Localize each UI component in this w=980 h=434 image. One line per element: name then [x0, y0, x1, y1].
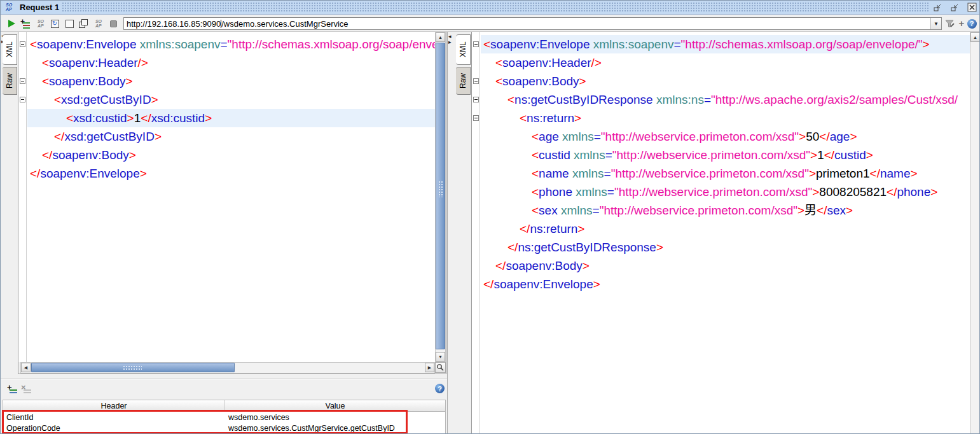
response-vertical-scrollbar[interactable]: ▲ [970, 32, 980, 434]
scroll-down-button[interactable]: ▼ [436, 352, 445, 361]
clone-request-button[interactable] [78, 18, 89, 29]
soap-icon-line2: AP [6, 7, 12, 11]
add-to-testcase-icon: + [20, 18, 31, 29]
create-empty-button[interactable] [64, 18, 75, 29]
chevron-down-icon: ▼ [934, 21, 939, 27]
request-xml-editor[interactable]: <soapenv:Envelope xmlns:soapenv="http://… [18, 32, 435, 362]
xml-line: </ns:getCustByIDResponse> [481, 238, 970, 256]
soap-window-icon: SO AP [6, 3, 12, 11]
fold-toggle-icon[interactable] [20, 78, 25, 84]
header-row[interactable]: ClientIdwsdemo.services [3, 412, 445, 423]
endpoint-combobox[interactable]: http://192.168.16.85:9090/wsdemo.service… [123, 17, 942, 30]
response-tab-raw[interactable]: Raw [456, 67, 471, 95]
headers-help-button[interactable]: ? [435, 384, 446, 395]
header-name-cell: ClientId [3, 412, 225, 423]
xml-line: </xsd:getCustByID> [27, 127, 435, 146]
horizontal-scroll-thumb[interactable] [31, 363, 235, 372]
request-vertical-scrollbar[interactable]: ▲ ▼ [435, 32, 446, 362]
response-fold-gutter [472, 32, 480, 433]
request-horizontal-scrollbar[interactable]: ◀ ▶ [20, 362, 435, 374]
recreate-icon: ↻ [51, 20, 59, 28]
header-value-cell: wsdemo.services [225, 412, 445, 423]
xml-line: <sex xmlns="http://webservice.primeton.c… [481, 201, 970, 220]
collapse-left-icon[interactable]: ◂ [448, 34, 452, 39]
xml-line: <xsd:getCustByID> [27, 90, 435, 109]
funnel-icon [945, 18, 955, 29]
endpoint-dropdown-button[interactable]: ▼ [930, 18, 941, 29]
fold-toggle-icon[interactable] [20, 97, 25, 102]
xml-line: <ns:return> [481, 109, 970, 127]
xml-line: <custid xmlns="http://webservice.primeto… [481, 146, 970, 164]
xml-line: </soapenv:Envelope> [481, 275, 970, 293]
add-to-testcase-button[interactable]: + [20, 18, 31, 29]
column-header[interactable]: Header [3, 400, 225, 412]
soap-response-icon[interactable]: SOAP [93, 18, 104, 29]
soap-request-icon[interactable]: SOAP [35, 18, 46, 29]
magnifier-icon [436, 363, 445, 372]
column-header[interactable]: Value [225, 400, 445, 412]
window-title: Request 1 [20, 3, 59, 12]
help-icon: ? [435, 384, 445, 393]
response-xml-editor[interactable]: <soapenv:Envelope xmlns:soapenv="http://… [472, 32, 970, 433]
xml-line: </ns:return> [481, 220, 970, 238]
stop-icon [110, 20, 117, 27]
fold-toggle-icon[interactable] [473, 41, 479, 47]
request-fold-gutter [18, 32, 27, 362]
filter-properties-button[interactable] [944, 18, 956, 29]
empty-square-icon [66, 20, 74, 28]
scroll-right-button[interactable]: ▶ [425, 363, 434, 372]
collapse-right-icon[interactable]: ▸ [448, 39, 452, 45]
zoom-button[interactable] [435, 362, 446, 373]
play-icon [8, 20, 15, 27]
response-tab-xml[interactable]: XML [456, 34, 471, 65]
request-tab-raw[interactable]: Raw [3, 67, 17, 95]
minimize-icon[interactable] [933, 3, 943, 13]
titlebar[interactable]: SO AP Request 1 [1, 1, 979, 15]
scroll-up-button[interactable]: ▲ [970, 32, 980, 42]
xml-line: <soapenv:Envelope xmlns:soapenv="http://… [481, 35, 970, 53]
headers-table-body: ClientIdwsdemo.servicesOperationCodewsde… [3, 412, 445, 433]
xml-line: </soapenv:Envelope> [27, 164, 435, 183]
request-toolbar: + SOAP ↻ SOAP http://192.168.16.85:9090/… [1, 15, 979, 32]
header-value-cell: wsdemo.services.CustMgrService.getCustBy… [225, 423, 445, 433]
restore-icon[interactable] [950, 3, 960, 13]
xml-line: </soapenv:Body> [481, 256, 970, 275]
add-header-button[interactable]: + [7, 384, 18, 395]
submit-request-button[interactable] [6, 18, 17, 29]
fold-toggle-icon[interactable] [473, 78, 479, 84]
xml-line: <soapenv:Header/> [27, 53, 435, 72]
scroll-up-button[interactable]: ▲ [436, 32, 445, 42]
panel-splitter[interactable]: ◂ ▸ [447, 32, 454, 434]
xml-line: </soapenv:Body> [27, 146, 435, 164]
close-icon[interactable] [967, 3, 977, 13]
help-button[interactable]: ? [966, 18, 977, 29]
clone-icon [79, 19, 88, 28]
soap-request-window: SO AP Request 1 + SOAP ↻ SOAP http://192… [0, 0, 980, 434]
soap-icon-line1: SO [6, 3, 12, 7]
request-tabstrip: ◂ ▸ XML Raw [1, 32, 18, 379]
delete-header-button[interactable]: × [21, 384, 32, 395]
fold-toggle-icon[interactable] [473, 97, 479, 102]
help-icon: ? [967, 19, 977, 29]
request-headers-section: + × ? Header Value ClientIdwsdemo.servic… [1, 379, 447, 434]
header-row[interactable]: OperationCodewsdemo.services.CustMgrServ… [3, 423, 445, 433]
titlebar-texture [62, 2, 928, 13]
cancel-request-button[interactable] [107, 18, 119, 29]
plus-icon: + [959, 19, 965, 28]
recreate-request-button[interactable]: ↻ [49, 18, 60, 29]
xml-line: <name xmlns="http://webservice.primeton.… [481, 164, 970, 183]
fold-toggle-icon[interactable] [473, 115, 479, 121]
headers-table-head: Header Value [3, 400, 445, 412]
header-name-cell: OperationCode [3, 423, 225, 433]
vertical-scroll-thumb[interactable] [436, 43, 445, 349]
fold-toggle-icon[interactable] [20, 41, 25, 47]
response-tabstrip: XML Raw [454, 32, 471, 434]
scroll-left-button[interactable]: ◀ [21, 363, 31, 372]
request-tab-xml[interactable]: XML [3, 34, 17, 65]
response-panel: XML Raw <soapenv:Envelope xmlns:soapenv=… [454, 32, 980, 434]
xml-line: <ns:getCustByIDResponse xmlns:ns="http:/… [481, 90, 970, 109]
xml-line: <soapenv:Body> [27, 72, 435, 90]
xml-line: <age xmlns="http://webservice.primeton.c… [481, 127, 970, 146]
endpoint-url: http://192.168.16.85:9090/wsdemo.service… [127, 19, 349, 29]
headers-table: Header Value ClientIdwsdemo.servicesOper… [3, 400, 446, 434]
